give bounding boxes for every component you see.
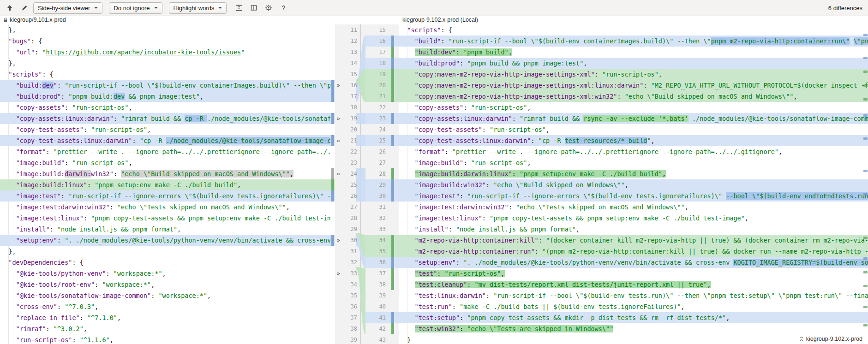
left-code-line[interactable]: "image:build:linux": "pnpm setup:env mak…: [0, 179, 335, 190]
code-segment: ,: [546, 126, 550, 133]
right-code-line[interactable]: 23 "copy-assets:linux:darwin": "rimraf b…: [365, 113, 868, 124]
right-line-number: 33: [365, 224, 386, 235]
left-code-line[interactable]: "image:build": "run-script-os",: [0, 157, 335, 168]
chunk-navigate-marker[interactable]: »: [335, 235, 341, 246]
code-segment: [400, 137, 415, 144]
chunk-navigate-marker[interactable]: »: [335, 113, 341, 124]
sync-scroll-button[interactable]: [248, 2, 260, 14]
left-code-line[interactable]: "image:test": "run-script-if --ignore-er…: [0, 190, 335, 202]
code-segment: "bugs": [8, 37, 31, 45]
left-code-line[interactable]: },: [0, 246, 335, 257]
edit-button[interactable]: [18, 2, 30, 14]
left-code-line[interactable]: "cross-env": "^7.0.3",: [0, 301, 335, 312]
code-segment: ". ./node_modules/@kie-tools/python-venv…: [463, 259, 733, 266]
scrollbar[interactable]: [862, 24, 868, 344]
ignore-policy-select[interactable]: Do not ignore: [109, 2, 162, 14]
right-code-line[interactable]: 25 "copy-test-assets:linux:darwin": "cp …: [365, 135, 868, 146]
left-code-line[interactable]: "run-script-os": "^1.1.6",: [0, 334, 335, 344]
right-code-line[interactable]: 29 "image:build:win32": "echo \"Build sk…: [365, 179, 868, 190]
code-text: "build:dev": "pnpm build",: [400, 47, 868, 58]
right-code-line[interactable]: 39 "test:linux:darwin": "run-script-if -…: [365, 290, 868, 301]
left-code-line[interactable]: },: [0, 24, 335, 36]
right-code-line[interactable]: 26 "format": "prettier --write . --ignor…: [365, 146, 868, 157]
left-code-line[interactable]: "setup:env": ". ./node_modules/@kie-tool…: [0, 235, 335, 246]
code-segment: [1, 225, 16, 233]
code-segment: "echo \"Tests are skipped in Windows\"": [467, 325, 613, 332]
right-code-line[interactable]: 18 "build:prod": "pnpm build && pnpm ima…: [365, 58, 868, 69]
code-segment: :: [106, 270, 114, 277]
highlight-mode-select[interactable]: Highlight words: [169, 2, 227, 14]
right-code-line[interactable]: 17 "build:dev": "pnpm build",: [365, 47, 868, 58]
left-code-line[interactable]: "@kie-tools/python-venv": "workspace:*",: [0, 268, 335, 279]
left-code-line[interactable]: "url": "https://github.com/apache/incuba…: [0, 47, 335, 58]
left-code-line[interactable]: "scripts": {: [0, 69, 335, 80]
code-text: "test": "run-script-os",: [400, 268, 868, 279]
right-code-line[interactable]: 15 "scripts": {: [365, 24, 868, 36]
ignore-policy-label: Do not ignore: [114, 5, 150, 12]
code-segment: "pnpm setup:env make -C ./build build": [95, 181, 237, 189]
left-code-line[interactable]: "copy-test-assets:linux:darwin": "cp -R …: [0, 135, 335, 146]
left-code-line[interactable]: "image:build:darwin:win32": "echo \"Buil…: [0, 168, 335, 179]
right-code-line[interactable]: 34 "m2-repo-via-http:container:kill": "(…: [365, 235, 868, 246]
right-code-line[interactable]: 24 "copy-test-assets": "run-script-os",: [365, 124, 868, 135]
left-code-line[interactable]: "bugs": {: [0, 36, 335, 47]
right-code-line[interactable]: 33 "install": "node install.js && pnpm f…: [365, 224, 868, 235]
line-number-gutter: 111213141516»171819»2021»222324»25262728…: [335, 24, 365, 344]
right-line-number: 42: [365, 323, 386, 334]
left-code-line[interactable]: "install": "node install.js && pnpm form…: [0, 224, 335, 235]
chunk-navigate-marker[interactable]: »: [335, 80, 341, 91]
left-code-line[interactable]: "image:test:darwin:win32": "echo \"Tests…: [0, 202, 335, 213]
right-code-line[interactable]: 20 "copy:maven-m2-repo-via-http-image-se…: [365, 80, 868, 91]
right-code-line[interactable]: 40 "test:run": "make -C ./build bats || …: [365, 301, 868, 312]
right-code-line[interactable]: 19 "copy:maven-m2-repo-via-http-image-se…: [365, 69, 868, 80]
left-editor[interactable]: }, "bugs": { "url": "https://github.com/…: [0, 24, 335, 344]
right-code-line[interactable]: 32 "image:test:linux": "pnpm copy-test-a…: [365, 213, 868, 224]
right-line-number: 40: [365, 301, 386, 312]
right-code-line[interactable]: 41 "test:setup": "pnpm copy-test-assets …: [365, 312, 868, 323]
left-code-line[interactable]: "replace-in-file": "^7.1.0",: [0, 312, 335, 323]
right-code-line[interactable]: 22 "copy-assets": "run-script-os",: [365, 102, 868, 113]
left-code-line[interactable]: "rimraf": "^3.0.2",: [0, 323, 335, 334]
left-code-line[interactable]: "image:test:linux": "pnpm copy-test-asse…: [0, 213, 335, 224]
scrollbar-change-mark: [863, 257, 868, 260]
right-code-line[interactable]: 38 "test:cleanup": "mv dist-tests/report…: [365, 279, 868, 290]
right-code-line[interactable]: 35 "m2-repo-via-http:container:run": "(p…: [365, 246, 868, 257]
left-code-line[interactable]: "format": "prettier --write . --ignore-p…: [0, 146, 335, 157]
settings-button[interactable]: [263, 2, 275, 14]
right-code-line[interactable]: 16 "build": "run-script-if --bool \"$(bu…: [365, 36, 868, 47]
right-line-number: 20: [365, 80, 386, 91]
code-segment: "image:test:linux": [16, 214, 84, 222]
chunk-navigate-marker[interactable]: »: [335, 135, 341, 146]
left-line-number: 33: [341, 268, 357, 279]
right-code-line[interactable]: 42 "test:win32": "echo \"Tests are skipp…: [365, 323, 868, 334]
right-code-line[interactable]: 37 "test": "run-script-os",: [365, 268, 868, 279]
right-code-line[interactable]: 36 "setup:env": ". ./node_modules/@kie-t…: [365, 257, 868, 268]
right-code-line[interactable]: 27 "image:build": "run-script-os",: [365, 157, 868, 168]
chunk-navigate-marker[interactable]: »: [335, 268, 341, 279]
code-segment: "rimraf build &&: [520, 115, 583, 122]
left-code-line[interactable]: "@kie-tools/root-env": "workspace:*",: [0, 279, 335, 290]
left-code-line[interactable]: "copy-assets:linux:darwin": "rimraf buil…: [0, 113, 335, 124]
right-code-line[interactable]: 30 "image:test": "run-script-if --ignore…: [365, 190, 868, 202]
left-code-line[interactable]: "copy-assets": "run-script-os",: [0, 102, 335, 113]
right-code-line[interactable]: 31 "image:test:darwin:win32": "echo \"Te…: [365, 202, 868, 213]
left-code-line[interactable]: "@kie-tools/sonataflow-image-common": "w…: [0, 290, 335, 301]
scrollbar-change-mark: [863, 285, 868, 287]
left-code-line[interactable]: "build:dev": "run-script-if --bool \"$(b…: [0, 80, 335, 91]
left-code-line[interactable]: "build:prod": "pnpm build:dev && pnpm im…: [0, 91, 335, 102]
code-segment: "pnpm copy-test-assets && mkdir -p dist-…: [467, 314, 726, 321]
code-segment: ,: [117, 314, 121, 321]
code-text: "@kie-tools/sonataflow-image-common": "w…: [1, 290, 330, 301]
left-code-line[interactable]: "copy-test-assets": "run-script-os",: [0, 124, 335, 135]
left-code-line[interactable]: },: [0, 58, 335, 69]
right-editor[interactable]: 15 "scripts": {16 "build": "run-script-i…: [365, 24, 868, 344]
collapse-unchanged-button[interactable]: [233, 2, 245, 14]
chunk-navigate-marker[interactable]: »: [335, 168, 341, 179]
viewer-mode-select[interactable]: Side-by-side viewer: [33, 2, 102, 14]
left-code-line[interactable]: "devDependencies": {: [0, 257, 335, 268]
right-code-line[interactable]: 28 "image:build:darwin:linux": "pnpm set…: [365, 168, 868, 179]
right-code-line[interactable]: 21 "copy:maven-m2-repo-via-http-image-se…: [365, 91, 868, 102]
help-button[interactable]: ?: [277, 2, 289, 14]
right-code-line[interactable]: 43 }: [365, 334, 868, 344]
previous-difference-button[interactable]: [4, 2, 16, 14]
